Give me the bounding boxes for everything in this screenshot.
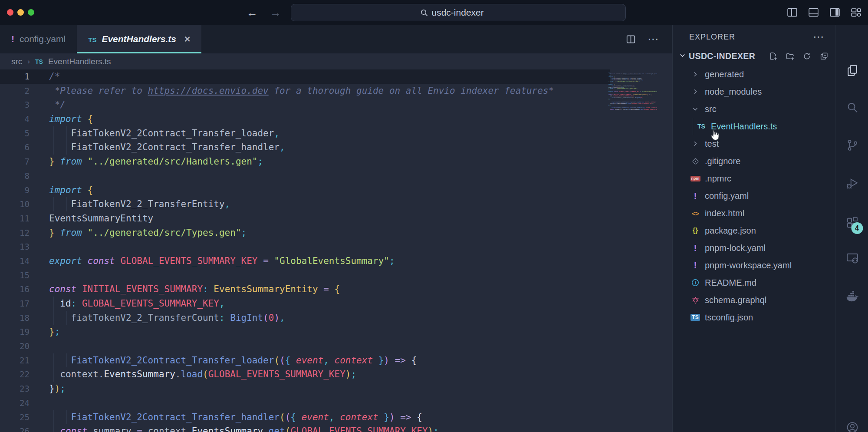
split-editor-icon[interactable]	[625, 34, 636, 45]
toggle-secondary-sidebar-icon[interactable]	[829, 7, 841, 18]
code-line[interactable]: 2 *Please refer to https://docs.envio.de…	[0, 84, 672, 98]
html-icon: <>	[690, 210, 700, 217]
explorer-icon[interactable]	[845, 64, 859, 79]
code-line[interactable]: 18 fiatTokenV2_2_TransferCount: BigInt(0…	[0, 311, 672, 325]
code-line[interactable]: 5 FiatTokenV2_2Contract_Transfer_loader,	[0, 126, 672, 141]
customize-layout-icon[interactable]	[850, 7, 862, 18]
layout-controls	[786, 7, 862, 18]
tree-item-label: tsconfig.json	[705, 313, 753, 323]
tree-item-tsconfig-json[interactable]: TStsconfig.json	[673, 309, 835, 326]
title-bar: ← →	[0, 0, 868, 25]
code-line[interactable]: 23});	[0, 382, 672, 396]
tree-item-index-html[interactable]: <>index.html	[673, 204, 835, 222]
tree-item-src[interactable]: src	[673, 100, 835, 118]
tab-eventhandlers-ts[interactable]: TS EventHandlers.ts ×	[77, 25, 201, 53]
source-control-icon[interactable]	[845, 139, 859, 154]
code-line[interactable]: 17 id: GLOBAL_EVENTS_SUMMARY_KEY,	[0, 297, 672, 311]
tree-item-label: package.json	[705, 226, 756, 236]
tab-bar: ! config.yaml TS EventHandlers.ts × ⋯	[0, 25, 672, 53]
breadcrumb: src › TS EventHandlers.ts	[0, 53, 672, 69]
tree-item-readme-md[interactable]: README.md	[673, 274, 835, 291]
more-editor-actions-icon[interactable]: ⋯	[648, 33, 660, 46]
code-line[interactable]: 16const INITIAL_EVENTS_SUMMARY: EventsSu…	[0, 282, 672, 297]
collapse-folders-icon[interactable]	[819, 52, 829, 61]
yaml-warning-icon: !	[11, 34, 14, 44]
json-icon: {}	[690, 227, 700, 234]
accounts-icon[interactable]	[845, 421, 859, 432]
code-line[interactable]: 6 FiatTokenV2_2Contract_Transfer_handler…	[0, 140, 672, 155]
breadcrumb-folder[interactable]: src	[11, 57, 22, 66]
code-line[interactable]: 20	[0, 339, 672, 353]
close-tab-icon[interactable]: ×	[184, 33, 190, 45]
code-line[interactable]: 14export const GLOBAL_EVENTS_SUMMARY_KEY…	[0, 254, 672, 268]
new-file-icon[interactable]	[769, 52, 778, 61]
tree-item--npmrc[interactable]: npm.npmrc	[673, 170, 835, 187]
navigate-forward-button[interactable]: →	[270, 7, 281, 18]
tree-item-label: pnpm-workspace.yaml	[705, 261, 792, 270]
explorer-toolbar	[769, 52, 829, 61]
code-line[interactable]: 13	[0, 240, 672, 254]
toggle-primary-sidebar-icon[interactable]	[786, 7, 798, 18]
toggle-panel-icon[interactable]	[808, 7, 819, 18]
code-line[interactable]: 1/*	[0, 69, 672, 84]
typescript-icon: TS	[696, 123, 707, 130]
workspace-root-label: USDC-INDEXER	[689, 51, 755, 61]
minimize-window-button[interactable]	[17, 9, 24, 16]
tree-item-label: .npmrc	[705, 174, 731, 184]
line-number: 24	[0, 396, 30, 410]
close-window-button[interactable]	[7, 9, 13, 16]
explorer-more-actions-icon[interactable]: ⋯	[813, 35, 825, 39]
tree-item-pnpm-workspace-yaml[interactable]: !pnpm-workspace.yaml	[673, 257, 835, 274]
code-line[interactable]: 12} from "../generated/src/Types.gen";	[0, 226, 672, 240]
search-input[interactable]	[432, 7, 497, 18]
line-number: 9	[0, 183, 30, 198]
code-line[interactable]: 8	[0, 169, 672, 183]
navigate-back-button[interactable]: ←	[247, 7, 258, 18]
code-line[interactable]: 11EventsSummaryEntity	[0, 211, 672, 226]
tree-item-label: README.md	[705, 278, 756, 288]
code-line[interactable]: 7} from "../generated/src/Handlers.gen";	[0, 155, 672, 169]
minimap[interactable]: /* *Please refer to https://docs.envio.d…	[608, 72, 657, 110]
tree-item-test[interactable]: test	[673, 135, 835, 152]
code-lines: 1/*2 *Please refer to https://docs.envio…	[0, 69, 672, 432]
remote-explorer-icon[interactable]	[845, 251, 859, 267]
tree-item-config-yaml[interactable]: !config.yaml	[673, 187, 835, 204]
code-line[interactable]: 21 FiatTokenV2_2Contract_Transfer_loader…	[0, 353, 672, 368]
extensions-icon[interactable]: 4	[845, 216, 859, 231]
code-line[interactable]: 3 */	[0, 98, 672, 112]
readme-info-icon	[690, 279, 700, 287]
code-line[interactable]: 4import {	[0, 112, 672, 126]
line-number: 7	[0, 155, 30, 169]
tree-item-eventhandlers-ts[interactable]: TSEventHandlers.ts	[673, 118, 835, 135]
search-icon[interactable]	[845, 101, 859, 116]
tab-config-yaml[interactable]: ! config.yaml	[0, 25, 77, 53]
file-tree: generatednode_modulessrcTSEventHandlers.…	[673, 66, 835, 432]
code-line[interactable]: 26 const summary = context.EventsSummary…	[0, 424, 672, 432]
command-center-search[interactable]	[291, 4, 626, 21]
tree-item-generated[interactable]: generated	[673, 66, 835, 83]
docker-icon[interactable]	[845, 289, 859, 305]
tree-item--gitignore[interactable]: .gitignore	[673, 152, 835, 170]
code-line[interactable]: 10 FiatTokenV2_2_TransferEntity,	[0, 197, 672, 211]
explorer-sidebar: EXPLORER ⋯ USDC-INDEXER generatednode_mo…	[672, 25, 835, 432]
code-editor[interactable]: 1/*2 *Please refer to https://docs.envio…	[0, 69, 672, 432]
mouse-cursor-hand	[708, 129, 720, 141]
chevron-down-icon	[679, 51, 686, 61]
breadcrumb-file[interactable]: EventHandlers.ts	[48, 57, 111, 66]
line-number: 15	[0, 268, 30, 283]
code-line[interactable]: 15	[0, 268, 672, 283]
tree-item-package-json[interactable]: {}package.json	[673, 222, 835, 239]
zoom-window-button[interactable]	[28, 9, 34, 16]
code-line[interactable]: 19};	[0, 325, 672, 339]
code-line[interactable]: 24	[0, 396, 672, 410]
workspace-root-row[interactable]: USDC-INDEXER	[673, 46, 835, 66]
code-line[interactable]: 9import {	[0, 183, 672, 198]
new-folder-icon[interactable]	[786, 52, 795, 61]
refresh-explorer-icon[interactable]	[802, 52, 812, 61]
code-line[interactable]: 22 context.EventsSummary.load(GLOBAL_EVE…	[0, 367, 672, 382]
code-line[interactable]: 25 FiatTokenV2_2Contract_Transfer_handle…	[0, 410, 672, 425]
tree-item-pnpm-lock-yaml[interactable]: !pnpm-lock.yaml	[673, 239, 835, 257]
run-and-debug-icon[interactable]	[845, 177, 859, 192]
tree-item-schema-graphql[interactable]: schema.graphql	[673, 291, 835, 309]
tree-item-node-modules[interactable]: node_modules	[673, 83, 835, 100]
